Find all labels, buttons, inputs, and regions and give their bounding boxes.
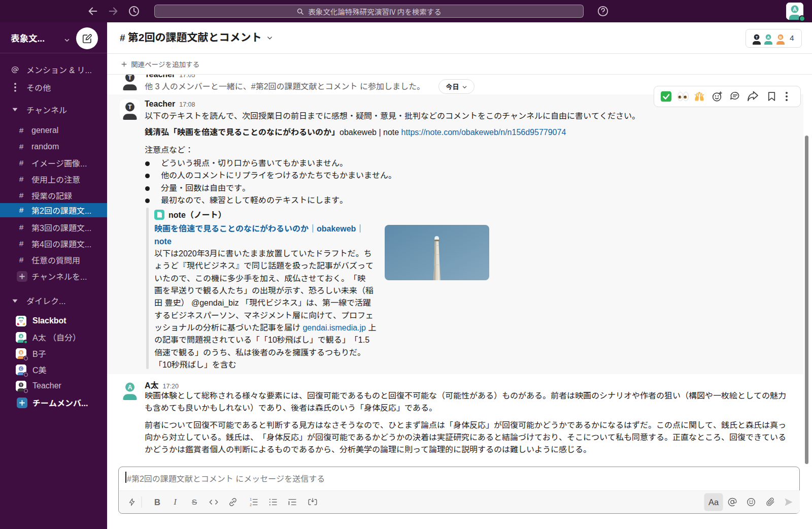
svg-text:A: A — [20, 334, 22, 338]
svg-text:T: T — [756, 35, 758, 40]
svg-text:1: 1 — [250, 498, 252, 502]
svg-text:A: A — [767, 35, 770, 40]
svg-text:T: T — [128, 104, 132, 111]
svg-text:A: A — [128, 384, 132, 391]
svg-text:T: T — [20, 383, 22, 386]
svg-text:T: T — [128, 75, 132, 81]
svg-text:C: C — [20, 367, 22, 370]
svg-text:B: B — [779, 35, 782, 40]
svg-text:2: 2 — [250, 503, 252, 507]
svg-text:A: A — [793, 6, 797, 12]
svg-text:B: B — [20, 350, 22, 354]
